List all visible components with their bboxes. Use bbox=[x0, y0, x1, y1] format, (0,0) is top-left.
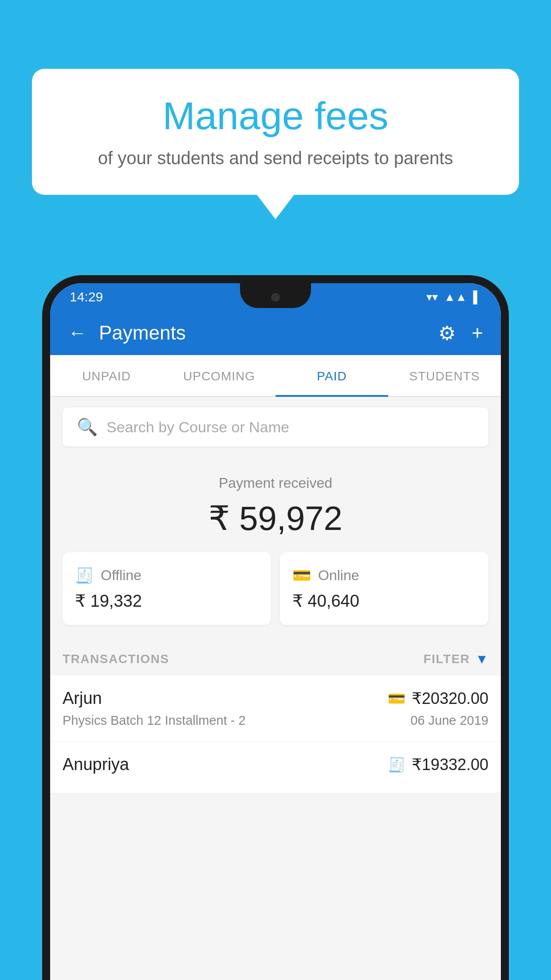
transaction-amount: ₹20320.00 bbox=[412, 689, 488, 708]
header-left: ← Payments bbox=[68, 322, 186, 344]
filter-icon: ▼ bbox=[475, 652, 488, 667]
tab-paid[interactable]: PAID bbox=[276, 355, 388, 396]
header-right: ⚙ + bbox=[438, 322, 483, 344]
offline-icon: 🧾 bbox=[75, 566, 94, 584]
payment-received-section: Payment received ₹ 59,972 🧾 Offline ₹ 19… bbox=[50, 457, 501, 637]
tabs: UNPAID UPCOMING PAID STUDENTS bbox=[50, 355, 501, 397]
speech-bubble-arrow bbox=[257, 195, 294, 219]
status-bar: 14:29 ▾▾ ▲▲ ▌ bbox=[50, 283, 501, 311]
app-header: ← Payments ⚙ + bbox=[50, 311, 501, 355]
tab-students[interactable]: STUDENTS bbox=[388, 355, 501, 396]
transaction-row1: Anupriya 🧾 ₹19332.00 bbox=[63, 755, 488, 774]
transactions-label: TRANSACTIONS bbox=[63, 652, 169, 666]
transaction-item[interactable]: Anupriya 🧾 ₹19332.00 bbox=[50, 742, 501, 793]
header-title: Payments bbox=[99, 322, 186, 344]
search-icon: 🔍 bbox=[77, 417, 98, 437]
tab-upcoming[interactable]: UPCOMING bbox=[163, 355, 276, 396]
notch bbox=[240, 283, 311, 308]
transaction-amount-container: 🧾 ₹19332.00 bbox=[388, 755, 488, 774]
card-payment-icon: 💳 bbox=[388, 690, 405, 707]
camera-dot bbox=[271, 293, 280, 302]
transaction-name: Arjun bbox=[63, 689, 102, 708]
transaction-amount-container: 💳 ₹20320.00 bbox=[388, 689, 488, 708]
offline-payment-icon: 🧾 bbox=[388, 756, 405, 773]
wifi-icon: ▾▾ bbox=[426, 290, 438, 304]
online-card-header: 💳 Online bbox=[292, 566, 476, 584]
online-card: 💳 Online ₹ 40,640 bbox=[280, 552, 488, 625]
speech-bubble-container: Manage fees of your students and send re… bbox=[32, 69, 519, 219]
speech-bubble-title: Manage fees bbox=[59, 93, 492, 138]
phone-inner: 14:29 ▾▾ ▲▲ ▌ ← Payments ⚙ + UNPAID bbox=[50, 283, 501, 980]
transactions-header: TRANSACTIONS FILTER ▼ bbox=[50, 637, 501, 676]
transaction-row2: Physics Batch 12 Installment - 2 06 June… bbox=[63, 713, 488, 728]
status-icons: ▾▾ ▲▲ ▌ bbox=[426, 290, 481, 304]
back-button[interactable]: ← bbox=[68, 322, 87, 344]
transaction-row1: Arjun 💳 ₹20320.00 bbox=[63, 689, 488, 708]
add-icon[interactable]: + bbox=[472, 322, 483, 344]
transaction-amount: ₹19332.00 bbox=[412, 755, 488, 774]
tab-unpaid[interactable]: UNPAID bbox=[50, 355, 163, 396]
offline-amount: ₹ 19,332 bbox=[75, 591, 259, 611]
filter-label: FILTER bbox=[423, 652, 470, 666]
filter-container[interactable]: FILTER ▼ bbox=[423, 652, 488, 667]
offline-label: Offline bbox=[101, 567, 142, 584]
transaction-name: Anupriya bbox=[63, 755, 129, 774]
speech-bubble-subtitle: of your students and send receipts to pa… bbox=[59, 148, 492, 168]
search-bar[interactable]: 🔍 Search by Course or Name bbox=[63, 407, 488, 447]
online-label: Online bbox=[318, 567, 359, 584]
search-placeholder: Search by Course or Name bbox=[106, 419, 289, 436]
transaction-detail: Physics Batch 12 Installment - 2 bbox=[63, 713, 246, 728]
online-card-icon: 💳 bbox=[292, 566, 311, 584]
gear-icon[interactable]: ⚙ bbox=[438, 322, 456, 344]
transaction-list: Arjun 💳 ₹20320.00 Physics Batch 12 Insta… bbox=[50, 676, 501, 793]
transaction-date: 06 June 2019 bbox=[410, 713, 488, 728]
offline-card: 🧾 Offline ₹ 19,332 bbox=[63, 552, 271, 625]
payment-received-amount: ₹ 59,972 bbox=[63, 498, 488, 538]
payment-received-label: Payment received bbox=[63, 475, 488, 491]
payment-cards: 🧾 Offline ₹ 19,332 💳 Online ₹ 40,640 bbox=[63, 552, 488, 625]
offline-card-header: 🧾 Offline bbox=[75, 566, 259, 584]
speech-bubble: Manage fees of your students and send re… bbox=[32, 69, 519, 195]
search-container: 🔍 Search by Course or Name bbox=[50, 397, 501, 457]
battery-icon: ▌ bbox=[473, 290, 481, 304]
signal-icon: ▲▲ bbox=[444, 290, 467, 304]
status-time: 14:29 bbox=[70, 289, 103, 304]
phone-frame: 14:29 ▾▾ ▲▲ ▌ ← Payments ⚙ + UNPAID bbox=[42, 275, 509, 980]
online-amount: ₹ 40,640 bbox=[292, 591, 476, 611]
transaction-item[interactable]: Arjun 💳 ₹20320.00 Physics Batch 12 Insta… bbox=[50, 676, 501, 742]
